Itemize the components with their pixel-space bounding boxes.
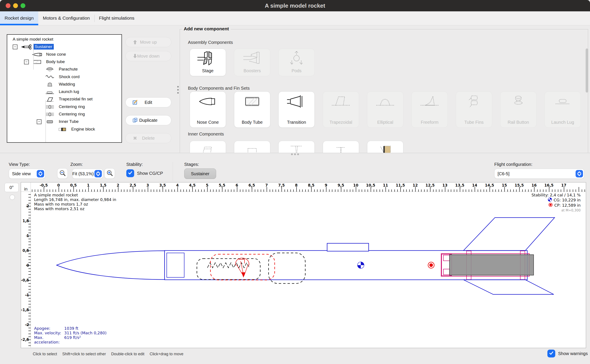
ruler-tick <box>79 189 80 192</box>
tree-row-centering-ring[interactable]: Centering ring <box>7 111 121 118</box>
ruler-tick <box>186 189 187 192</box>
h-ruler-label: 5,5 <box>219 183 225 187</box>
nose-shoulder-outline[interactable] <box>167 253 184 277</box>
show-cgcp-label: Show CG/CP <box>137 171 163 176</box>
cp-icon <box>549 203 553 208</box>
chevron-updown-icon <box>576 170 583 177</box>
tree-row-wadding[interactable]: Wadding <box>7 81 121 88</box>
add-stage-card[interactable]: Stage <box>190 49 226 76</box>
ruler-tick <box>28 233 31 233</box>
ruler-tick <box>139 189 139 192</box>
ruler-tick <box>543 189 543 192</box>
tree-row-parachute[interactable]: Parachute <box>7 66 121 73</box>
tree-row-centering-ring[interactable]: Centering ring <box>7 104 121 110</box>
rotation-angle-field[interactable]: 0° <box>5 183 19 192</box>
rocket-side-view-drawing[interactable] <box>31 192 586 348</box>
ruler-tick <box>28 316 31 316</box>
ruler-tick <box>296 187 297 192</box>
boosters-icon <box>234 50 270 67</box>
launch-lug-outline[interactable] <box>327 243 369 251</box>
add-transition-card[interactable]: Transition <box>278 91 315 128</box>
show-cgcp-checkbox[interactable] <box>126 169 134 177</box>
ruler-tick <box>418 189 419 192</box>
horizontal-splitter-handle[interactable] <box>294 153 296 155</box>
edit-icon <box>132 99 138 105</box>
h-ruler-label: 1 <box>87 183 90 187</box>
fin-lower-outline[interactable] <box>463 280 554 294</box>
parachute-icon <box>44 66 56 73</box>
horizontal-splitter[interactable] <box>0 153 590 153</box>
ruler-tick <box>329 189 329 192</box>
tab-flight-simulations[interactable]: Flight simulations <box>94 11 139 25</box>
add-inner-1-card[interactable] <box>190 141 226 153</box>
ruler-tick <box>28 298 31 299</box>
tree-row-sustainer[interactable]: −Sustainer <box>7 43 121 50</box>
add-inner-4-card[interactable] <box>323 141 359 153</box>
vertical-splitter-handle[interactable] <box>177 86 179 87</box>
h-ruler-label: 0 <box>57 183 60 187</box>
tree-row-inner-tube[interactable]: −Inner Tube <box>7 118 121 125</box>
view-type-select[interactable]: Side view <box>9 169 46 179</box>
add-body-tube-card[interactable]: Body Tube <box>234 91 270 128</box>
ruler-tick <box>403 189 404 192</box>
ruler-tick <box>231 189 231 192</box>
tree-row-launch-lug[interactable]: Launch lug <box>7 88 121 95</box>
tree-expand-toggle[interactable]: − <box>13 45 18 49</box>
horizontal-splitter-handle[interactable] <box>291 153 293 155</box>
vertical-splitter-handle[interactable] <box>177 89 179 91</box>
tree-row-shock-cord[interactable]: Shock cord <box>7 73 121 80</box>
zoom-level-select[interactable]: Fit (53,1%) <box>72 169 103 179</box>
add-inner-2-card[interactable] <box>234 141 270 153</box>
ruler-tick <box>240 189 240 192</box>
tree-row-engine-block[interactable]: Engine block <box>7 126 121 133</box>
stability-label: Stability: <box>126 162 143 167</box>
inner3-icon <box>279 142 315 153</box>
tab-rocket-design[interactable]: Rocket design <box>0 11 38 25</box>
show-warnings-checkbox[interactable] <box>547 350 555 358</box>
tab-motors-configuration[interactable]: Motors & Configuration <box>38 11 94 25</box>
vertical-splitter-handle[interactable] <box>177 92 179 94</box>
card-label: Body Tube <box>234 120 270 125</box>
h-ruler-label: -0,5 <box>40 183 48 187</box>
ruler-tick <box>579 187 579 192</box>
edit-button[interactable]: Edit <box>125 97 171 107</box>
tree-expand-toggle[interactable]: − <box>37 119 41 124</box>
tree-row-body-tube[interactable]: −Body tube <box>7 58 121 65</box>
component-tree[interactable]: A simple model rocket−SustainerNose cone… <box>7 34 122 143</box>
add-inner-3-card[interactable] <box>278 141 315 153</box>
engine-block-outline <box>443 255 450 261</box>
stage-toggle-sustainer[interactable]: Sustainer <box>184 169 216 179</box>
zoom-out-button[interactable] <box>57 168 68 179</box>
add-inner-5-card[interactable] <box>367 141 403 153</box>
motor-casing[interactable] <box>449 255 534 275</box>
ruler-tick <box>74 187 74 192</box>
ruler-tick <box>516 189 516 192</box>
tree-row-trapezoidal-fin-set[interactable]: Trapezoidal fin set <box>7 96 121 103</box>
horizontal-splitter-handle[interactable] <box>297 153 299 155</box>
tree-row-nose-cone[interactable]: Nose cone <box>7 51 121 58</box>
ruler-tick <box>53 189 53 192</box>
rotation-dial-knob[interactable] <box>10 195 15 200</box>
ruler-tick <box>365 189 365 192</box>
ruler-tick <box>216 189 217 192</box>
ruler-tick <box>421 189 422 192</box>
tree-expand-toggle[interactable]: − <box>24 59 29 64</box>
duplicate-button[interactable]: Duplicate <box>125 115 171 125</box>
card-label: Rail Button <box>500 120 536 125</box>
h-ruler-label: 3 <box>146 183 149 187</box>
rocket-view-canvas[interactable]: in -0,500,511,522,533,544,555,566,577,58… <box>21 182 586 348</box>
nose-cone-outline[interactable] <box>57 251 165 280</box>
h-ruler-label: 2 <box>117 183 119 187</box>
add-nose-cone-card[interactable]: Nose Cone <box>190 91 226 128</box>
zoom-in-button[interactable] <box>104 168 115 179</box>
ruler-tick <box>97 189 98 192</box>
scrollbar-thumb[interactable] <box>586 48 588 92</box>
ruler-tick <box>28 200 31 201</box>
tree-row-a-simple-model-rocket[interactable]: A simple model rocket <box>7 36 121 43</box>
ruler-tick <box>28 194 31 195</box>
ruler-tick <box>439 189 439 192</box>
ruler-tick <box>88 187 89 192</box>
flight-config-select[interactable]: [C6-5] <box>494 169 584 179</box>
ruler-tick <box>299 189 300 192</box>
fin-upper-outline[interactable] <box>463 218 555 251</box>
